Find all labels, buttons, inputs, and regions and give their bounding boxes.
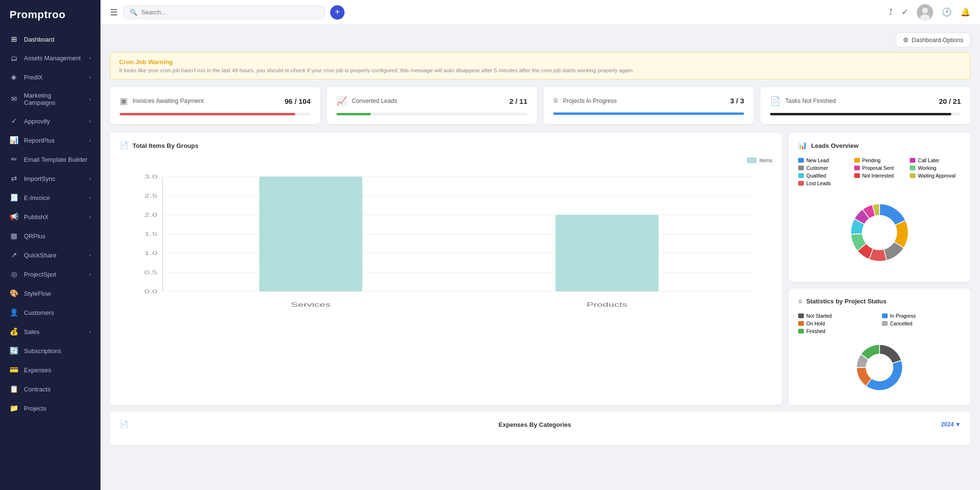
- kpi-card-converted-leads: 📈 Converted Leads 2 / 11: [327, 87, 537, 124]
- sidebar-item-predix[interactable]: ◈ PrediX ‹: [0, 67, 100, 87]
- legend-dot: [910, 158, 915, 163]
- leads-title: Leads Overview: [811, 142, 858, 149]
- kpi-value-converted-leads: 2 / 11: [509, 97, 527, 105]
- warning-title: Cron Job Warning: [119, 58, 961, 66]
- project-stats-card: ≡ Statistics by Project Status Not Start…: [789, 289, 970, 405]
- project-stats-header: ≡ Statistics by Project Status: [798, 297, 961, 305]
- year-select[interactable]: 2024 ▼: [941, 421, 961, 428]
- sidebar-item-publishx[interactable]: 📢 PublishX ‹: [0, 207, 100, 226]
- sidebar-item-styleflow[interactable]: 🎨 StyleFlow: [0, 284, 100, 303]
- svg-text:2.0: 2.0: [145, 212, 158, 218]
- sidebar-item-customers[interactable]: 👤 Customers: [0, 303, 100, 322]
- sidebar-icon-qrplus: ▦: [10, 232, 18, 240]
- expenses-header: 📄 Expenses By Categories 2024 ▼: [120, 420, 961, 429]
- kpi-bar-fill-tasks-not-finished: [770, 113, 951, 115]
- share-icon[interactable]: ⤴: [889, 8, 893, 17]
- svg-text:Services: Services: [291, 301, 331, 308]
- sidebar-label-approvify: Approvify: [24, 118, 84, 125]
- main-content: ☰ 🔍 + ⤴ ✓ 🕐 🔔 ⚙ Dashboard O: [100, 0, 980, 490]
- sidebar-item-reportplus[interactable]: 📊 ReportPlus ‹: [0, 131, 100, 150]
- kpi-icon-converted-leads: 📈: [336, 96, 347, 106]
- kpi-title-converted-leads: Converted Leads: [352, 98, 397, 104]
- sidebar-item-e-invoice[interactable]: 🧾 E-Invoice ‹: [0, 188, 100, 207]
- legend-label: Lost Leads: [806, 180, 831, 186]
- sidebar-arrow-e-invoice: ‹: [89, 195, 91, 200]
- donut-wrap: [798, 192, 961, 273]
- bar-chart-legend: Items: [120, 157, 772, 163]
- legend-label: Working: [918, 165, 936, 171]
- sidebar-item-sales[interactable]: 💰 Sales ‹: [0, 322, 100, 341]
- dashboard-options-label: Dashboard Options: [912, 37, 963, 44]
- bell-icon[interactable]: 🔔: [960, 7, 970, 17]
- clock-icon[interactable]: 🕐: [942, 7, 952, 17]
- sidebar-label-reportplus: ReportPlus: [24, 137, 84, 144]
- avatar[interactable]: [917, 4, 933, 21]
- sidebar-icon-contracts: 📋: [10, 385, 18, 393]
- sidebar: Promptroo ⊞ Dashboard 🗂 Assets Managemen…: [0, 0, 100, 490]
- sidebar-label-quickshare: QuickShare: [24, 252, 84, 259]
- sidebar-label-importsync: ImportSync: [24, 175, 84, 182]
- legend-dot: [854, 166, 860, 170]
- sidebar-label-e-invoice: E-Invoice: [24, 194, 84, 201]
- sidebar-arrow-sales: ‹: [89, 329, 91, 334]
- legend-label: Waiting Approval: [918, 173, 955, 178]
- project-donut-chart: [851, 339, 908, 396]
- sidebar-item-qrplus[interactable]: ▦ QRPlus: [0, 226, 100, 245]
- svg-text:1.5: 1.5: [145, 231, 158, 237]
- sidebar-arrow-marketing-campaigns: ‹: [89, 97, 91, 102]
- sidebar-item-expenses[interactable]: 💳 Expenses: [0, 360, 100, 379]
- expenses-title: Expenses By Categories: [499, 421, 571, 428]
- sidebar-item-projects[interactable]: 📁 Projects: [0, 399, 100, 418]
- search-input[interactable]: [141, 9, 318, 16]
- legend-dot: [854, 173, 860, 178]
- sidebar-arrow-assets-management: ‹: [89, 56, 91, 61]
- sidebar-icon-approvify: ✓: [10, 117, 18, 125]
- add-button[interactable]: +: [330, 5, 345, 20]
- kpi-bar-fill-converted-leads: [336, 113, 371, 115]
- sidebar-item-marketing-campaigns[interactable]: ✉ Marketing Campaigns ‹: [0, 87, 100, 111]
- donut-chart: [839, 192, 920, 273]
- sidebar-item-approvify[interactable]: ✓ Approvify ‹: [0, 111, 100, 131]
- leads-legend-lost-leads: Lost Leads: [798, 180, 849, 186]
- kpi-icon-invoices-awaiting: ▣: [120, 96, 128, 106]
- sidebar-item-email-template-builder[interactable]: ✏ Email Template Builder: [0, 150, 100, 169]
- sidebar-item-subscriptions[interactable]: 🔄 Subscriptions: [0, 341, 100, 360]
- project-legend-finished: Finished: [798, 328, 877, 334]
- sidebar-item-projectspot[interactable]: ◎ ProjectSpot ‹: [0, 265, 100, 284]
- svg-point-1: [922, 8, 928, 13]
- sidebar-icon-assets-management: 🗂: [10, 54, 18, 62]
- leads-legend-not-interested: Not Interested: [854, 173, 905, 178]
- sidebar-item-importsync[interactable]: ⇄ ImportSync ‹: [0, 169, 100, 188]
- sidebar-arrow-approvify: ‹: [89, 119, 91, 124]
- svg-text:1.0: 1.0: [145, 250, 158, 256]
- sidebar-item-contracts[interactable]: 📋 Contracts: [0, 379, 100, 399]
- legend-dot: [854, 158, 860, 163]
- dashboard-options-button[interactable]: ⚙ Dashboard Options: [896, 33, 970, 47]
- sidebar-item-dashboard[interactable]: ⊞ Dashboard: [0, 30, 100, 49]
- kpi-card-invoices-awaiting: ▣ Invoices Awaiting Payment 96 / 104: [110, 87, 320, 124]
- legend-label: Call Later: [918, 157, 939, 163]
- sidebar-arrow-reportplus: ‹: [89, 138, 91, 143]
- topbar-right: ⤴ ✓ 🕐 🔔: [889, 4, 970, 21]
- sidebar-icon-customers: 👤: [10, 308, 18, 317]
- sidebar-item-assets-management[interactable]: 🗂 Assets Management ‹: [0, 49, 100, 67]
- sidebar-item-quickshare[interactable]: ↗ QuickShare ‹: [0, 245, 100, 265]
- leads-legend-waiting-approval: Waiting Approval: [910, 173, 961, 178]
- leads-legend-customer: Customer: [798, 165, 849, 171]
- leads-legend-proposal-sent: Proposal Sent: [854, 165, 905, 171]
- kpi-bar-track-tasks-not-finished: [770, 113, 961, 115]
- bar-legend-label: Items: [759, 157, 772, 163]
- sidebar-icon-projects: 📁: [10, 404, 18, 412]
- project-legend-dot: [798, 313, 804, 318]
- leads-legend: New LeadPendingCall LaterCustomerProposa…: [798, 157, 961, 186]
- sidebar-arrow-importsync: ‹: [89, 176, 91, 181]
- sidebar-label-predix: PrediX: [24, 74, 84, 81]
- menu-icon[interactable]: ☰: [110, 7, 118, 18]
- kpi-icon-projects-in-progress: ≡: [553, 96, 558, 106]
- sidebar-icon-predix: ◈: [10, 73, 18, 81]
- kpi-header-invoices-awaiting: ▣ Invoices Awaiting Payment 96 / 104: [120, 96, 311, 106]
- warning-text: It looks like your cron job hasn't run i…: [119, 67, 961, 73]
- sidebar-label-assets-management: Assets Management: [24, 55, 84, 62]
- project-legend-dot: [798, 329, 804, 334]
- check-icon[interactable]: ✓: [902, 7, 908, 17]
